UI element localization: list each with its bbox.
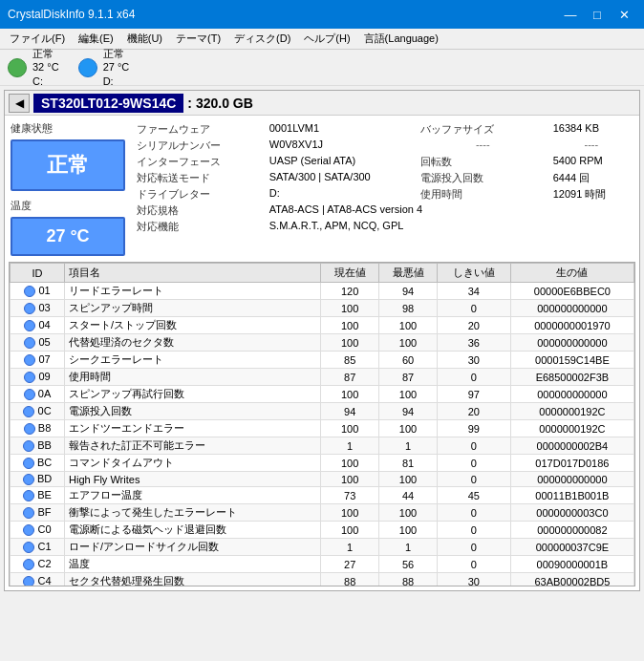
cell-id: 07 (11, 352, 65, 369)
cell-worst: 94 (379, 283, 438, 300)
close-button[interactable]: ✕ (612, 5, 636, 24)
menu-item-d[interactable]: ディスク(D) (228, 30, 296, 48)
table-row[interactable]: B8エンドツーエンドエラー100100990000000192C (11, 420, 634, 437)
hours-value: 12091 時間 (549, 186, 633, 203)
row-status-icon (24, 354, 35, 366)
cell-current: 94 (321, 403, 379, 420)
table-row[interactable]: C0電源断による磁気ヘッド退避回数1001000000000000082 (11, 522, 634, 539)
cell-name: 衝撃によって発生したエラーレート (65, 504, 321, 522)
interface-label: インターフェース (133, 154, 266, 170)
col-header-current: 現在値 (321, 264, 379, 283)
cell-id: C4 (11, 573, 65, 586)
col-header-worst: 最悪値 (379, 264, 438, 283)
cell-name: リードエラーレート (65, 283, 321, 300)
cell-worst: 100 (379, 504, 438, 522)
cell-current: 85 (321, 352, 379, 369)
table-row[interactable]: BB報告された訂正不可能エラー1100000000002B4 (11, 437, 634, 455)
menu-item-f[interactable]: ファイル(F) (4, 30, 71, 48)
cell-id: C2 (11, 556, 65, 573)
disk-title-bar: ◀ ST320LT012-9WS14C : 320.0 GB (5, 91, 639, 116)
row-status-icon (23, 440, 34, 452)
disk-size: : 320.0 GB (187, 96, 252, 111)
cell-name: High Fly Writes (65, 472, 321, 487)
cell-current: 100 (321, 472, 379, 487)
power-value: 6444 回 (549, 170, 633, 186)
feature-value: S.M.A.R.T., APM, NCQ, GPL (266, 219, 633, 235)
cell-worst: 100 (379, 522, 438, 539)
table-row[interactable]: 01リードエラーレート120943400000E6BBEC0 (11, 283, 634, 300)
row-status-icon (24, 286, 35, 297)
table-row[interactable]: BCコマンドタイムアウト100810017D017D0186 (11, 455, 634, 472)
cell-name: 報告された訂正不可能エラー (65, 437, 321, 455)
cell-threshold: 0 (437, 522, 510, 539)
cell-current: 100 (321, 420, 379, 437)
cell-name: セクタ代替処理発生回数 (65, 573, 321, 586)
cell-worst: 1 (379, 437, 438, 455)
cell-current: 100 (321, 334, 379, 352)
cell-threshold: 0 (437, 472, 510, 487)
cell-raw: 00000E6BBEC0 (510, 283, 633, 300)
maximize-button[interactable]: □ (585, 5, 610, 24)
cell-raw: 000000000000 (510, 386, 633, 403)
cell-current: 100 (321, 504, 379, 522)
cell-worst: 100 (379, 386, 438, 403)
table-row[interactable]: C2温度2756000090000001B (11, 556, 634, 573)
standard-label: 対応規格 (133, 203, 266, 219)
table-row[interactable]: 0C電源投入回数9494200000000192C (11, 403, 634, 420)
cell-worst: 87 (379, 369, 438, 386)
drive-c-status[interactable]: 正常 32 °C C: (8, 47, 59, 88)
rotation-value: 5400 RPM (549, 154, 633, 170)
cell-current: 88 (321, 573, 379, 586)
window-controls: — □ ✕ (558, 5, 636, 24)
app-title: CrystalDiskInfo 9.1.1 x64 (8, 8, 135, 21)
cell-id: 05 (11, 334, 65, 352)
table-row[interactable]: C1ロード/アンロードサイクル回数110000000037C9E (11, 539, 634, 556)
table-row[interactable]: 05代替処理済のセクタ数10010036000000000000 (11, 334, 634, 352)
cell-threshold: 0 (437, 556, 510, 573)
cell-name: スピンアップ再試行回数 (65, 386, 321, 403)
menu-item-h[interactable]: ヘルプ(H) (298, 30, 355, 48)
cell-threshold: 97 (437, 386, 510, 403)
drive-d-temp: 27 °C (103, 60, 130, 74)
table-row[interactable]: 04スタート/ストップ回数100100200000000001970 (11, 317, 634, 334)
cell-threshold: 0 (437, 300, 510, 317)
menu-item-t[interactable]: テーマ(T) (170, 30, 226, 48)
table-row[interactable]: 07シークエラーレート8560300000159C14BE (11, 352, 634, 369)
cell-raw: E68500002F3B (510, 369, 633, 386)
cell-id: 03 (11, 300, 65, 317)
table-row[interactable]: C4セクタ代替処理発生回数88883063AB00002BD5 (11, 573, 634, 586)
minimize-button[interactable]: — (558, 5, 583, 24)
table-row[interactable]: BF衝撃によって発生したエラーレート10010000000000003C0 (11, 504, 634, 522)
disk-nav-prev[interactable]: ◀ (9, 94, 30, 113)
cell-id: C0 (11, 522, 65, 539)
cell-raw: 000000000082 (510, 522, 633, 539)
menu-item-u[interactable]: 機能(U) (121, 30, 168, 48)
drive-d-status[interactable]: 正常 27 °C D: (78, 47, 130, 88)
row-status-icon (23, 474, 34, 485)
table-row[interactable]: 09使用時間87870E68500002F3B (11, 369, 634, 386)
smart-table-container[interactable]: ID 項目名 現在値 最悪値 しきい値 生の値 01リードエラーレート12094… (9, 262, 635, 586)
cell-name: 使用時間 (65, 369, 321, 386)
cell-name: エアフロー温度 (65, 487, 321, 504)
main-content: ◀ ST320LT012-9WS14C : 320.0 GB 健康状態 正常 温… (4, 90, 640, 591)
menu-item-language[interactable]: 言語(Language) (358, 30, 444, 48)
cell-id: BD (11, 472, 65, 487)
drive-d-letter: D: (103, 75, 130, 88)
cell-current: 100 (321, 317, 379, 334)
drive-c-temp: 32 °C (32, 60, 59, 74)
cell-id: 04 (11, 317, 65, 334)
menu-item-e[interactable]: 編集(E) (73, 30, 119, 48)
cell-current: 1 (321, 539, 379, 556)
feature-label: 対応機能 (133, 219, 266, 235)
temp-box: 27 °C (11, 217, 125, 256)
table-row[interactable]: 03スピンアップ時間100980000000000000 (11, 300, 634, 317)
cell-raw: 00011B1B001B (510, 487, 633, 504)
cell-current: 1 (321, 437, 379, 455)
table-row[interactable]: BDHigh Fly Writes1001000000000000000 (11, 472, 634, 487)
cell-id: 0A (11, 386, 65, 403)
table-row[interactable]: BEエアフロー温度73444500011B1B001B (11, 487, 634, 504)
table-row[interactable]: 0Aスピンアップ再試行回数10010097000000000000 (11, 386, 634, 403)
col-header-id: ID (11, 264, 65, 283)
cell-id: BE (11, 487, 65, 504)
cell-worst: 88 (379, 573, 438, 586)
